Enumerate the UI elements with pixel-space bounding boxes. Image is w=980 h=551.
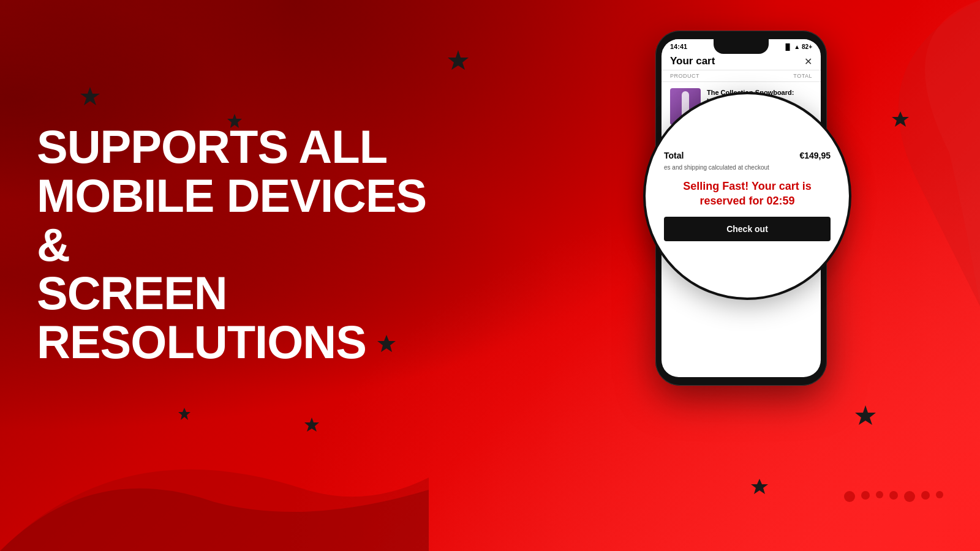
star-8 xyxy=(891,110,910,129)
dot-2 xyxy=(861,491,870,500)
wifi-icon: ▲ xyxy=(794,43,800,50)
headline-text: SUPPORTS ALL MOBILE DEVICES & SCREEN RES… xyxy=(37,122,466,367)
phone-mockup: 14:41 ▐▌ ▲ 82+ Your cart ✕ PRODUCT TOTAL xyxy=(655,31,827,386)
dot-1 xyxy=(844,491,855,502)
headline-line3: SCREEN xyxy=(37,269,466,318)
svg-marker-8 xyxy=(855,405,876,425)
dot-4 xyxy=(889,491,898,500)
svg-marker-4 xyxy=(304,418,319,432)
signal-icon: ▐▌ xyxy=(783,43,792,50)
wave-bottom xyxy=(0,367,429,551)
star-9 xyxy=(854,404,876,426)
svg-marker-3 xyxy=(448,50,469,70)
status-time: 14:41 xyxy=(670,43,687,50)
svg-marker-0 xyxy=(80,87,100,105)
headline-line4: RESOLUTIONS xyxy=(37,318,466,367)
dot-5 xyxy=(904,491,915,502)
magnify-selling-fast: Selling Fast! Your cart is reserved for … xyxy=(664,179,831,208)
dot-6 xyxy=(921,491,930,500)
magnify-total-value: €149,95 xyxy=(799,151,831,160)
cart-columns: PRODUCT TOTAL xyxy=(662,70,821,82)
headline-line1: SUPPORTS ALL xyxy=(37,122,466,171)
cart-title: Your cart xyxy=(670,55,715,67)
battery-label: 82+ xyxy=(802,43,812,50)
svg-marker-5 xyxy=(178,408,190,420)
dot-7 xyxy=(936,491,943,498)
magnify-note: es and shipping calculated at checkout xyxy=(664,164,831,171)
svg-marker-9 xyxy=(751,479,768,494)
total-col-header: TOTAL xyxy=(793,73,812,79)
star-5 xyxy=(303,416,320,433)
svg-marker-7 xyxy=(892,111,909,127)
cart-header: Your cart ✕ xyxy=(662,51,821,70)
magnify-checkout-button[interactable]: Check out xyxy=(664,217,831,241)
magnify-total-label: Total xyxy=(664,151,684,160)
star-4 xyxy=(447,49,469,71)
status-icons: ▐▌ ▲ 82+ xyxy=(783,43,812,50)
dots-decoration xyxy=(844,491,943,502)
phone-notch xyxy=(714,39,769,54)
star-10 xyxy=(750,478,769,496)
star-6 xyxy=(178,407,191,421)
magnify-circle: Total €149,95 es and shipping calculated… xyxy=(643,92,851,300)
magnify-total-row: Total €149,95 xyxy=(664,151,831,160)
star-1 xyxy=(80,86,100,107)
headline-line2: MOBILE DEVICES & xyxy=(37,171,466,269)
close-button[interactable]: ✕ xyxy=(804,56,812,67)
dot-3 xyxy=(876,491,883,498)
product-col-header: PRODUCT xyxy=(670,73,699,79)
